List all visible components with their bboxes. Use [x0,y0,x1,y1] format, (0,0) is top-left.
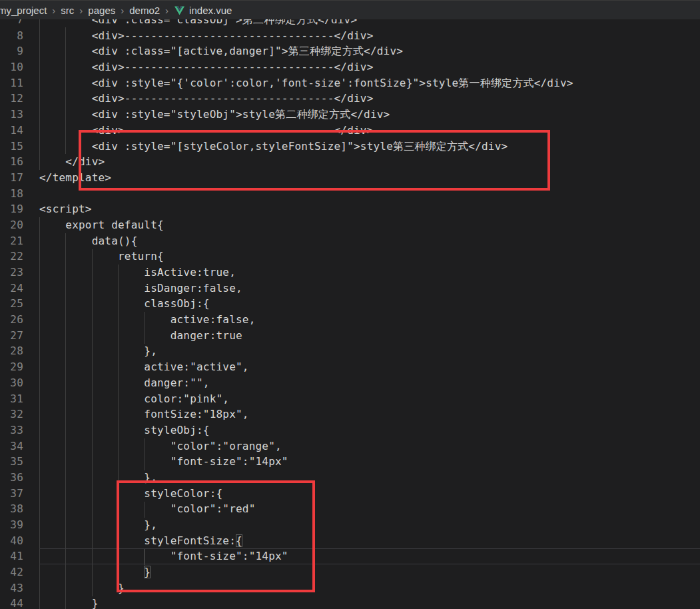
code-line[interactable]: 9 <div :class="[active,danger]">第三种绑定方式<… [0,43,700,59]
code-text: }, [39,343,700,359]
line-number[interactable]: 29 [0,359,23,375]
code-line[interactable]: 26 active:false, [0,312,700,328]
breadcrumb-item-project[interactable]: my_project [0,5,47,16]
code-line[interactable]: 38 "color":"red" [0,501,700,517]
line-number[interactable]: 36 [0,470,23,486]
line-number[interactable]: 26 [0,312,23,328]
line-number[interactable]: 11 [0,75,23,91]
line-number[interactable]: 10 [0,59,23,75]
code-text: } [39,596,700,609]
chevron-right-icon: › [116,5,129,16]
code-line[interactable]: 34 "color":"orange", [0,438,700,454]
code-line[interactable]: 32 fontSize:"18px", [0,406,700,422]
code-text: return{ [39,249,700,265]
code-line[interactable]: 30 danger:"", [0,375,700,391]
code-line[interactable]: 13 <div :style="styleObj">style第二种绑定方式</… [0,107,700,123]
line-number[interactable]: 38 [0,501,23,517]
code-text: <div :style="styleObj">style第二种绑定方式</div… [39,107,700,123]
breadcrumb-item-pages[interactable]: pages [87,5,116,16]
line-number[interactable]: 18 [0,186,23,202]
code-text: <div>--------------------------------</d… [39,91,700,107]
line-number[interactable]: 20 [0,217,23,233]
code-line[interactable]: 35 "font-size":"14px" [0,454,700,470]
code-line[interactable]: 28 }, [0,343,700,359]
chevron-right-icon: › [75,5,87,16]
line-number[interactable]: 19 [0,201,23,217]
code-line[interactable]: 22 return{ [0,249,700,265]
line-number[interactable]: 44 [0,596,23,609]
line-number[interactable]: 25 [0,296,23,312]
code-text: danger:"", [39,375,700,391]
code-line[interactable]: 39 }, [0,517,700,533]
line-number[interactable]: 13 [0,107,23,123]
code-line[interactable]: 43 } [0,580,700,596]
code-line[interactable]: 44 } [0,596,700,609]
code-line[interactable]: 36 }, [0,470,700,486]
code-line[interactable]: 19<script> [0,201,700,217]
line-number[interactable]: 16 [0,154,23,170]
code-text: fontSize:"18px", [39,406,700,422]
code-text: active:"active", [39,359,700,375]
line-number[interactable]: 12 [0,91,23,107]
line-number[interactable]: 9 [0,43,23,59]
code-lines: 7 <div :class="classObj">第二种绑定方式</div>8 … [0,12,700,609]
code-line[interactable]: 24 isDanger:false, [0,281,700,297]
annotation-box-style-objects [117,480,315,592]
breadcrumb-item-file[interactable]: index.vue [188,5,232,16]
code-text: classObj:{ [39,296,700,312]
line-number[interactable]: 41 [0,548,23,564]
line-number[interactable]: 37 [0,486,23,502]
code-line[interactable]: 27 danger:true [0,328,700,344]
breadcrumb-bar: my_project › src › pages › demo2 › index… [0,0,700,19]
code-text: color:"pink", [39,391,700,407]
code-line[interactable]: 8 <div>--------------------------------<… [0,28,700,44]
code-text: isDanger:false, [39,281,700,297]
line-number[interactable]: 22 [0,249,23,265]
code-line[interactable]: 23 isActive:true, [0,265,700,281]
code-line[interactable]: 10 <div>--------------------------------… [0,59,700,75]
code-line[interactable]: 21 data(){ [0,233,700,249]
line-number[interactable]: 40 [0,533,23,549]
line-number[interactable]: 33 [0,422,23,438]
code-text: "font-size":"14px" [39,454,700,470]
code-line[interactable]: 42 } [0,564,700,580]
line-number[interactable]: 31 [0,391,23,407]
line-number[interactable]: 15 [0,139,23,155]
code-line[interactable]: 33 styleObj:{ [0,422,700,438]
code-text: export default{ [39,217,700,233]
breadcrumb-item-src[interactable]: src [60,5,75,16]
code-text: styleObj:{ [39,422,700,438]
breadcrumb-item-demo2[interactable]: demo2 [129,5,161,16]
vue-logo-icon [175,6,184,15]
line-number[interactable]: 24 [0,281,23,297]
code-text: "color":"orange", [39,438,700,454]
line-number[interactable]: 35 [0,454,23,470]
code-line[interactable]: 12 <div>--------------------------------… [0,91,700,107]
line-number[interactable]: 8 [0,28,23,44]
line-number[interactable]: 39 [0,517,23,533]
code-text: isActive:true, [39,265,700,281]
line-number[interactable]: 34 [0,438,23,454]
code-line[interactable]: 37 styleColor:{ [0,486,700,502]
line-number[interactable]: 43 [0,580,23,596]
line-number[interactable]: 17 [0,170,23,186]
line-number[interactable]: 21 [0,233,23,249]
code-text: <div :style="{'color':color,'font-size':… [39,75,700,91]
line-number[interactable]: 32 [0,406,23,422]
code-line[interactable]: 29 active:"active", [0,359,700,375]
code-line[interactable]: 40 styleFontSize:{ [0,533,700,549]
line-number[interactable]: 27 [0,328,23,344]
line-number[interactable]: 14 [0,123,23,139]
code-line[interactable]: 41 "font-size":"14px" [0,548,700,564]
code-line[interactable]: 25 classObj:{ [0,296,700,312]
line-number[interactable]: 23 [0,265,23,281]
line-number[interactable]: 28 [0,343,23,359]
code-line[interactable]: 20 export default{ [0,217,700,233]
line-number[interactable]: 30 [0,375,23,391]
code-text: <div :class="[active,danger]">第三种绑定方式</d… [39,43,700,59]
breadcrumb: my_project › src › pages › demo2 › index… [0,5,232,16]
line-number[interactable]: 42 [0,564,23,580]
code-text: active:false, [39,312,700,328]
code-line[interactable]: 11 <div :style="{'color':color,'font-siz… [0,75,700,91]
code-line[interactable]: 31 color:"pink", [0,391,700,407]
